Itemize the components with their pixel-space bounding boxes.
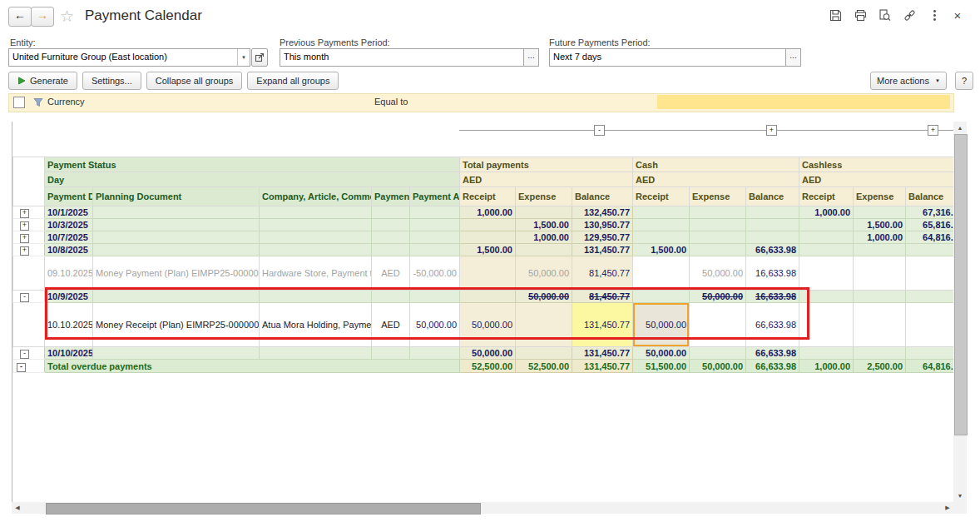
cell[interactable] [260, 347, 372, 360]
cell-total-balance[interactable]: 131,450.77 [572, 347, 633, 360]
cell-cashless-expense[interactable] [854, 291, 906, 303]
cell-cash-receipt[interactable] [633, 206, 690, 219]
cell-cash-balance[interactable] [746, 206, 799, 219]
previous-period-picker-button[interactable]: ... [523, 49, 538, 66]
print-preview-icon[interactable] [875, 8, 893, 25]
cell-cashless-expense[interactable]: 2,500.00 [854, 360, 906, 373]
scroll-right-icon[interactable]: ▶ [942, 502, 953, 514]
cell[interactable] [372, 347, 410, 360]
total-overdue-label[interactable]: Total overdue payments [45, 360, 460, 373]
cell-total-balance[interactable]: 131,450.77 [572, 360, 633, 373]
cell[interactable] [93, 244, 260, 256]
cell-cashless-expense[interactable] [854, 303, 906, 347]
more-actions-button[interactable]: More actions ▼ [870, 72, 947, 90]
cell-cash-balance[interactable]: 66,633.98 [746, 303, 799, 347]
cell-payment-currency[interactable]: AED [372, 256, 410, 291]
cell[interactable] [372, 291, 410, 303]
cell-total-receipt[interactable] [460, 231, 516, 244]
cell-cash-receipt[interactable] [633, 231, 690, 244]
more-menu-icon[interactable] [925, 8, 943, 25]
cell-cash-receipt[interactable]: 50,000.00 [633, 347, 690, 360]
cell-total-receipt[interactable]: 1,000.00 [460, 206, 516, 219]
expand-all-groups-button[interactable]: Expand all groups [247, 72, 339, 90]
cell-cash-receipt[interactable]: 1,500.00 [633, 244, 690, 256]
cell-company[interactable]: Hardware Store, Payment to Suppliers (Go… [260, 256, 372, 291]
print-icon[interactable] [851, 8, 869, 25]
cell[interactable] [410, 206, 460, 219]
cell-cash-expense[interactable] [690, 206, 746, 219]
cell-cashless-expense[interactable]: 1,500.00 [854, 219, 906, 231]
cell-cashless-balance[interactable]: 64,816.79 [906, 231, 954, 244]
close-icon[interactable]: × [948, 8, 967, 25]
scroll-left-icon[interactable]: ◀ [12, 502, 23, 514]
cell-payment-date[interactable]: 10.10.2025 [45, 303, 93, 347]
cell-cashless-expense[interactable] [854, 244, 906, 256]
expand-icon[interactable]: + [20, 221, 29, 231]
expand-icon[interactable]: + [20, 246, 29, 256]
cell-cashless-balance[interactable]: 67,316.79 [906, 206, 954, 219]
cell-payment-currency[interactable]: AED [372, 303, 410, 347]
cell-cashless-balance[interactable]: 65,816.79 [906, 219, 954, 231]
collapse-icon[interactable]: - [17, 363, 26, 372]
cell-company[interactable]: Atua Mora Holding, Payment from Customer… [260, 303, 372, 347]
cell-total-receipt[interactable] [460, 291, 516, 303]
cell-cash-receipt[interactable] [633, 256, 690, 291]
horizontal-scroll-thumb[interactable] [46, 503, 481, 515]
entity-value[interactable]: United Furniture Group (East location) [9, 49, 237, 66]
cell-cashless-balance[interactable] [906, 256, 954, 291]
cell[interactable] [410, 347, 460, 360]
previous-period-field[interactable]: This month ... [280, 48, 539, 67]
favorite-star-icon[interactable]: ☆ [60, 7, 74, 26]
cell-total-balance[interactable]: 132,450.77 [572, 206, 633, 219]
back-button[interactable]: ← [8, 7, 32, 27]
cell-total-balance[interactable]: 130,950.77 [572, 219, 633, 231]
help-button[interactable]: ? [955, 72, 973, 90]
cell-total-expense[interactable]: 50,000.00 [516, 291, 572, 303]
cell-payment-date[interactable]: 10/10/2025 [45, 347, 93, 360]
cell-payment-date[interactable]: 10/9/2025 [45, 291, 93, 303]
cell-total-expense[interactable]: 50,000.00 [516, 256, 572, 291]
cell-total-expense[interactable]: 1,500.00 [516, 219, 572, 231]
cell[interactable] [410, 231, 460, 244]
cell-payment-amount[interactable]: 50,000.00 [410, 303, 460, 347]
cell-total-balance[interactable]: 81,450.77 [572, 291, 633, 303]
cell-total-expense[interactable] [516, 206, 572, 219]
cell-total-receipt[interactable]: 52,500.00 [460, 360, 516, 373]
cell-total-expense[interactable] [516, 244, 572, 256]
cell[interactable] [260, 206, 372, 219]
save-icon[interactable] [826, 8, 844, 25]
cell-total-receipt[interactable] [460, 256, 516, 291]
cell[interactable] [410, 219, 460, 231]
cell-total-expense[interactable]: 52,500.00 [516, 360, 572, 373]
collapse-total-payments-button[interactable]: - [594, 125, 605, 136]
future-period-value[interactable]: Next 7 days [550, 49, 785, 66]
cell-cashless-balance[interactable] [906, 347, 954, 360]
filter-checkbox[interactable] [13, 97, 25, 108]
cell-cash-balance[interactable]: 66,633.98 [746, 347, 799, 360]
cell[interactable] [260, 291, 372, 303]
expand-cash-button[interactable]: + [766, 125, 777, 136]
cell-cash-balance[interactable] [746, 231, 799, 244]
cell-payment-date[interactable]: 10/7/2025 [45, 231, 93, 244]
cell-cashless-expense[interactable] [854, 347, 906, 360]
cell-total-receipt[interactable]: 50,000.00 [460, 303, 516, 347]
expand-cashless-button[interactable]: + [928, 125, 938, 136]
cell-cashless-receipt[interactable] [799, 219, 854, 231]
vertical-scrollbar[interactable]: ▲ ▼ [953, 122, 967, 502]
cell-cashless-receipt[interactable] [799, 256, 854, 291]
cell-total-receipt[interactable] [460, 219, 516, 231]
cell-payment-date[interactable]: 10/1/2025 [45, 206, 93, 219]
cell-cash-expense[interactable]: 50,000.00 [690, 360, 746, 373]
cell-cash-expense[interactable]: 50,000.00 [690, 256, 746, 291]
vertical-scroll-thumb[interactable] [954, 134, 968, 435]
cell-cashless-balance[interactable]: 64,816.79 [906, 360, 954, 373]
scroll-down-icon[interactable]: ▼ [953, 490, 967, 502]
cell-cash-balance[interactable]: 66,633.98 [746, 360, 799, 373]
generate-button[interactable]: Generate [8, 72, 77, 90]
cell[interactable] [93, 219, 260, 231]
horizontal-scrollbar[interactable]: ◀ ▶ [12, 502, 953, 514]
cell-total-balance[interactable]: 129,950.77 [572, 231, 633, 244]
cell[interactable] [260, 231, 372, 244]
cell-total-balance[interactable]: 81,450.77 [572, 256, 633, 291]
cell-planning-document[interactable]: Money Receipt (Plan) EIMRP25-0000001 dat… [93, 303, 260, 347]
